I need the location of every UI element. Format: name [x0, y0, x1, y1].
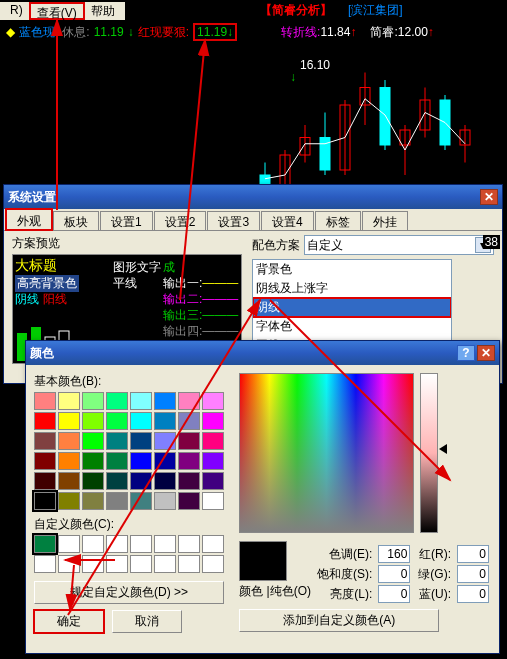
color-swatch[interactable]	[58, 412, 80, 430]
scheme-item[interactable]: 阴线及上涨字	[253, 279, 451, 298]
color-swatch[interactable]	[202, 492, 224, 510]
luminance-slider[interactable]	[420, 373, 438, 533]
color-swatch[interactable]	[58, 492, 80, 510]
color-swatch[interactable]	[58, 392, 80, 410]
add-to-custom-button[interactable]: 添加到自定义颜色(A)	[239, 609, 439, 632]
color-swatch[interactable]	[130, 472, 152, 490]
color-swatch[interactable]	[154, 432, 176, 450]
tab-设置3[interactable]: 设置3	[207, 211, 260, 230]
color-swatch[interactable]	[178, 392, 200, 410]
color-swatch[interactable]	[130, 492, 152, 510]
side-value: 38	[483, 235, 500, 249]
define-custom-button[interactable]: 规定自定义颜色(D) >>	[34, 581, 224, 604]
sat-input[interactable]	[378, 565, 410, 583]
color-swatch[interactable]	[106, 452, 128, 470]
close-icon[interactable]: ✕	[480, 189, 498, 205]
color-swatch[interactable]	[178, 412, 200, 430]
custom-color-swatch[interactable]	[178, 535, 200, 553]
color-swatch[interactable]	[130, 412, 152, 430]
hue-input[interactable]	[378, 545, 410, 563]
color-swatch[interactable]	[106, 432, 128, 450]
ok-button[interactable]: 确定	[34, 610, 104, 633]
color-swatch[interactable]	[82, 452, 104, 470]
tab-外观[interactable]: 外观	[6, 209, 52, 230]
color-swatch[interactable]	[58, 432, 80, 450]
color-swatch[interactable]	[34, 432, 56, 450]
menu-view[interactable]: 查看(V)	[29, 2, 85, 20]
custom-color-swatch[interactable]	[154, 555, 176, 573]
custom-color-swatch[interactable]	[154, 535, 176, 553]
color-swatch[interactable]	[58, 472, 80, 490]
color-swatch[interactable]	[34, 492, 56, 510]
color-swatch[interactable]	[82, 492, 104, 510]
tab-板块[interactable]: 板块	[53, 211, 99, 230]
color-swatch[interactable]	[154, 492, 176, 510]
cancel-button[interactable]: 取消	[112, 610, 182, 633]
color-swatch[interactable]	[154, 452, 176, 470]
color-swatch[interactable]	[202, 432, 224, 450]
slider-thumb-icon[interactable]	[439, 444, 447, 454]
hue-sat-picker[interactable]	[239, 373, 414, 533]
solid-color-label[interactable]: 颜色 |纯色(O)	[239, 583, 311, 600]
color-swatch[interactable]	[82, 412, 104, 430]
color-swatch[interactable]	[58, 452, 80, 470]
color-swatch[interactable]	[82, 472, 104, 490]
color-swatch[interactable]	[106, 492, 128, 510]
color-swatch[interactable]	[178, 472, 200, 490]
color-swatch[interactable]	[154, 412, 176, 430]
close-icon[interactable]: ✕	[477, 345, 495, 361]
menu-item[interactable]: R)	[4, 2, 29, 20]
help-icon[interactable]: ?	[457, 345, 475, 361]
color-swatch[interactable]	[130, 452, 152, 470]
custom-color-swatch[interactable]	[130, 555, 152, 573]
dialog-titlebar[interactable]: 系统设置 ✕	[4, 185, 502, 209]
color-swatch[interactable]	[106, 392, 128, 410]
custom-color-swatch[interactable]	[58, 555, 80, 573]
custom-color-swatch[interactable]	[34, 535, 56, 553]
tab-标签[interactable]: 标签	[315, 211, 361, 230]
tab-外挂[interactable]: 外挂	[362, 211, 408, 230]
custom-color-swatch[interactable]	[178, 555, 200, 573]
tab-设置1[interactable]: 设置1	[100, 211, 153, 230]
menu-help[interactable]: 帮助	[85, 2, 121, 20]
color-swatch[interactable]	[202, 412, 224, 430]
color-swatch[interactable]	[106, 412, 128, 430]
custom-color-swatch[interactable]	[82, 555, 104, 573]
color-swatch[interactable]	[34, 392, 56, 410]
color-swatch[interactable]	[82, 392, 104, 410]
red-input[interactable]	[457, 545, 489, 563]
tab-设置2[interactable]: 设置2	[154, 211, 207, 230]
custom-color-swatch[interactable]	[106, 535, 128, 553]
color-swatch[interactable]	[106, 472, 128, 490]
color-dialog-titlebar[interactable]: 颜色 ? ✕	[26, 341, 499, 365]
color-swatch[interactable]	[178, 432, 200, 450]
color-swatch[interactable]	[154, 392, 176, 410]
color-swatch[interactable]	[82, 432, 104, 450]
custom-color-swatch[interactable]	[130, 535, 152, 553]
custom-color-swatch[interactable]	[34, 555, 56, 573]
custom-color-swatch[interactable]	[202, 555, 224, 573]
color-swatch[interactable]	[34, 412, 56, 430]
scheme-dropdown[interactable]: 自定义 ▾	[304, 235, 494, 255]
custom-color-swatch[interactable]	[202, 535, 224, 553]
custom-color-swatch[interactable]	[82, 535, 104, 553]
custom-color-swatch[interactable]	[106, 555, 128, 573]
color-swatch[interactable]	[178, 452, 200, 470]
color-swatch[interactable]	[202, 392, 224, 410]
color-swatch[interactable]	[202, 472, 224, 490]
color-swatch[interactable]	[178, 492, 200, 510]
color-swatch[interactable]	[34, 452, 56, 470]
scheme-item[interactable]: 阴线	[253, 298, 451, 317]
color-swatch[interactable]	[202, 452, 224, 470]
lum-input[interactable]	[378, 585, 410, 603]
tab-设置4[interactable]: 设置4	[261, 211, 314, 230]
custom-color-swatch[interactable]	[58, 535, 80, 553]
color-swatch[interactable]	[130, 392, 152, 410]
color-swatch[interactable]	[154, 472, 176, 490]
color-swatch[interactable]	[34, 472, 56, 490]
color-swatch[interactable]	[130, 432, 152, 450]
green-input[interactable]	[457, 565, 489, 583]
scheme-item[interactable]: 字体色	[253, 317, 451, 336]
blue-input[interactable]	[457, 585, 489, 603]
scheme-item[interactable]: 背景色	[253, 260, 451, 279]
